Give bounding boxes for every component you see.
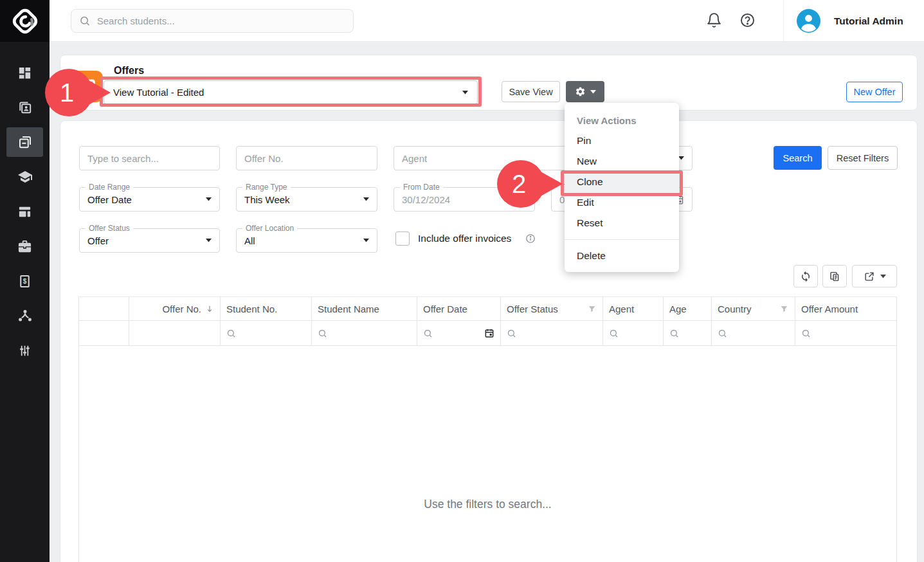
page-title: Offers <box>114 65 144 77</box>
network-icon <box>17 308 33 323</box>
filter-cell-student-name[interactable] <box>312 321 417 345</box>
chevron-down-icon <box>363 197 369 201</box>
filter-cell-offer-amount[interactable] <box>795 321 897 345</box>
col-header-agent[interactable]: Agent <box>603 297 664 320</box>
view-actions-menu: View Actions Pin New Clone Edit Reset De… <box>565 103 679 272</box>
range-type-select[interactable]: Range Type This Week <box>236 187 377 212</box>
table-header-row: Offer No. Student No. Student Name Offer… <box>78 296 897 321</box>
include-invoices-checkbox[interactable] <box>395 231 410 246</box>
column-chooser-button[interactable] <box>822 265 847 287</box>
from-date-value: 30/12/2024 <box>402 194 516 205</box>
sidebar-item-dashboard[interactable] <box>0 55 50 90</box>
col-header-offer-status[interactable]: Offer Status <box>501 297 603 320</box>
offer-location-select[interactable]: Offer Location All <box>236 228 377 253</box>
col-header-student-name[interactable]: Student Name <box>312 297 417 320</box>
new-offer-button[interactable]: New Offer <box>846 82 903 102</box>
export-button[interactable] <box>852 265 897 287</box>
reset-filters-button[interactable]: Reset Filters <box>828 146 898 170</box>
help-button[interactable] <box>739 12 757 30</box>
sidebar-item-invoices[interactable]: $ <box>0 264 50 298</box>
view-selector[interactable]: View Tutorial - Edited <box>104 80 478 104</box>
search-icon <box>226 329 236 338</box>
offers-icon <box>17 134 33 150</box>
menu-item-new[interactable]: New <box>565 151 679 172</box>
col-header-offer-date[interactable]: Offer Date <box>417 297 501 320</box>
date-range-label: Date Range <box>86 183 133 192</box>
refresh-icon <box>800 271 811 282</box>
filter-cell-offer-date[interactable] <box>417 321 501 345</box>
col-header-offer-no[interactable]: Offer No. <box>129 297 221 320</box>
sliders-icon <box>17 343 32 358</box>
avatar[interactable] <box>797 9 820 33</box>
help-icon <box>739 12 756 28</box>
col-label: Offer Status <box>507 304 558 314</box>
filter-cell-offer-no[interactable] <box>129 321 221 345</box>
filter-cell-offer-status[interactable] <box>501 321 603 345</box>
offers-brand-icon <box>77 77 98 97</box>
col-header-age[interactable]: Age <box>664 297 712 320</box>
col-header-blank <box>78 297 129 320</box>
date-range-select[interactable]: Date Range Offer Date <box>79 187 220 212</box>
search-button[interactable]: Search <box>774 146 822 170</box>
invoice-icon: $ <box>17 274 32 289</box>
info-icon[interactable] <box>525 233 536 244</box>
search-icon <box>669 329 679 338</box>
date-range-value: Offer Date <box>87 194 206 205</box>
sidebar-item-classes[interactable] <box>0 194 50 229</box>
view-actions-menu-header: View Actions <box>565 111 679 131</box>
menu-item-delete[interactable]: Delete <box>565 246 679 266</box>
search-students-input[interactable] <box>97 15 345 26</box>
filter-cell-age[interactable] <box>664 321 712 345</box>
app-root: $ <box>0 0 924 562</box>
calendar-icon[interactable] <box>484 328 494 338</box>
chevron-down-icon <box>590 90 596 94</box>
sidebar-item-settings[interactable] <box>0 333 50 368</box>
search-icon <box>423 329 433 338</box>
filter-cell-agent[interactable] <box>603 321 664 345</box>
col-label: Age <box>669 304 687 314</box>
sidebar-item-relationships[interactable] <box>0 298 50 333</box>
app-logo[interactable] <box>0 0 50 42</box>
quick-search-input[interactable] <box>79 146 220 170</box>
sidebar-item-courses[interactable] <box>0 159 50 194</box>
filter-funnel-icon[interactable] <box>587 304 597 314</box>
menu-item-clone[interactable]: Clone <box>565 172 679 192</box>
offers-table: Offer No. Student No. Student Name Offer… <box>78 296 897 562</box>
global-search[interactable] <box>71 9 354 33</box>
col-header-student-no[interactable]: Student No. <box>221 297 312 320</box>
offer-no-input[interactable] <box>236 146 377 170</box>
view-actions-button[interactable] <box>566 81 604 102</box>
col-label: Agent <box>609 304 634 314</box>
search-icon <box>801 329 811 338</box>
page-header-card: Offers View Tutorial - Edited Save View … <box>60 55 918 111</box>
menu-item-pin[interactable]: Pin <box>565 131 679 151</box>
filter-cell-student-no[interactable] <box>221 321 312 345</box>
export-icon <box>864 271 875 282</box>
sidebar-nav: $ <box>0 55 50 368</box>
filter-funnel-icon[interactable] <box>779 304 789 314</box>
calendar-icon[interactable] <box>516 194 527 205</box>
menu-item-edit[interactable]: Edit <box>565 192 679 213</box>
copy-icon <box>829 271 840 282</box>
col-header-country[interactable]: Country <box>712 297 795 320</box>
filter-cell-country[interactable] <box>712 321 795 345</box>
sidebar-item-offers[interactable] <box>6 127 43 157</box>
search-icon <box>507 329 516 338</box>
menu-item-reset[interactable]: Reset <box>565 213 679 233</box>
filter-cell-blank <box>78 321 129 345</box>
range-type-value: This Week <box>244 194 363 205</box>
col-label: Offer Date <box>423 304 467 314</box>
col-header-offer-amount[interactable]: Offer Amount <box>795 297 897 320</box>
graduation-cap-icon <box>17 169 33 185</box>
offers-app-icon <box>71 71 103 102</box>
from-date-field[interactable]: From Date 30/12/2024 <box>394 187 535 212</box>
sidebar-item-students[interactable] <box>0 90 50 125</box>
notifications-button[interactable] <box>706 12 723 30</box>
offer-status-select[interactable]: Offer Status Offer <box>79 228 220 253</box>
refresh-button[interactable] <box>793 265 818 287</box>
chevron-down-icon <box>206 239 212 242</box>
save-view-button[interactable]: Save View <box>502 81 560 102</box>
sidebar-item-agents[interactable] <box>0 229 50 264</box>
view-selector-value: View Tutorial - Edited <box>113 87 462 98</box>
sort-desc-icon <box>205 304 214 314</box>
